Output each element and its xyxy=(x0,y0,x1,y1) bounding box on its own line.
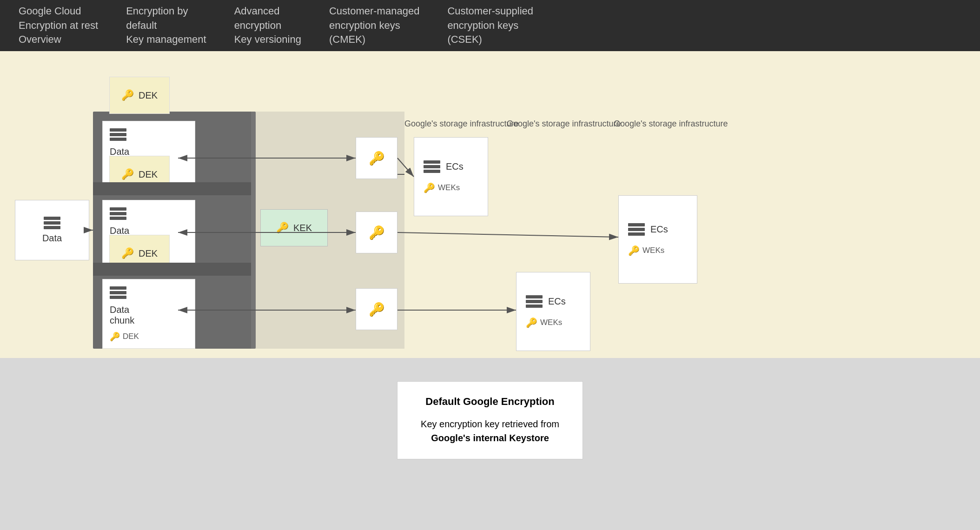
legend-box: Default Google Encryption Key encryption… xyxy=(397,381,583,459)
chunk1-server-icon xyxy=(110,128,126,141)
top-bar-item-2[interactable]: Encryption bydefaultKey management xyxy=(126,4,206,47)
chunk3-label: Datachunk xyxy=(110,305,134,326)
top-bar-text-5: Customer-suppliedencryption keys(CSEK) xyxy=(447,4,533,47)
storage-top-weks-label: 🔑 WEKs xyxy=(424,182,460,193)
chunk2-server-icon xyxy=(110,207,126,220)
data-label: Data xyxy=(42,233,62,244)
storage-bot-weks-label: 🔑 WEKs xyxy=(526,317,562,328)
kek-label: KEK xyxy=(293,223,312,233)
top-bar-text-2: Encryption bydefaultKey management xyxy=(126,4,206,47)
storage-mid-server-icon xyxy=(628,223,645,236)
top-bar: Google CloudEncryption at restOverview E… xyxy=(0,0,980,51)
infra-label-2: Google's storage infrastructure xyxy=(507,119,621,129)
svg-line-14 xyxy=(397,232,618,237)
dek-box-1: 🔑 DEK xyxy=(109,77,170,114)
top-bar-item-3[interactable]: AdvancedencryptionKey versioning xyxy=(234,4,301,47)
legend-bold-text: Google's internal Keystore xyxy=(431,433,549,443)
kek-box: 🔑 KEK xyxy=(260,209,328,246)
top-bar-text-4: Customer-managedencryption keys(CMEK) xyxy=(329,4,419,47)
main-diagram-area: Google's storage infrastructure Google's… xyxy=(0,51,980,358)
key-box-mid: 🔑 xyxy=(356,212,397,253)
storage-top-server-icon xyxy=(424,160,440,173)
storage-box-mid: ECs 🔑 WEKs xyxy=(618,195,697,284)
dek2-label: DEK xyxy=(139,169,158,180)
dek1-label: DEK xyxy=(139,90,158,101)
chunk3-server-icon xyxy=(110,286,126,299)
legend-desc: Key encryption key retrieved from Google… xyxy=(421,417,559,445)
infra-label-1: Google's storage infrastructure xyxy=(404,119,519,129)
data-server-icon xyxy=(44,217,60,229)
storage-mid-ecs-label: ECs xyxy=(650,224,668,235)
storage-box-bot: ECs 🔑 WEKs xyxy=(516,272,590,351)
top-bar-item-1[interactable]: Google CloudEncryption at restOverview xyxy=(19,4,98,47)
dek3-label: DEK xyxy=(139,248,158,259)
legend-title: Default Google Encryption xyxy=(421,396,559,408)
top-bar-item-5[interactable]: Customer-suppliedencryption keys(CSEK) xyxy=(447,4,533,47)
diagram-wrapper: Google's storage infrastructure Google's… xyxy=(0,51,980,358)
key-box-bot: 🔑 xyxy=(356,288,397,330)
dek-box-2: 🔑 DEK xyxy=(109,156,170,193)
storage-box-top: ECs 🔑 WEKs xyxy=(414,137,488,216)
dek-box-3: 🔑 DEK xyxy=(109,235,170,272)
storage-top-ecs-label: ECs xyxy=(446,161,464,172)
storage-mid-weks-label: 🔑 WEKs xyxy=(628,245,664,256)
storage-bot-server-icon xyxy=(526,295,543,308)
top-bar-text-3: AdvancedencryptionKey versioning xyxy=(234,4,301,47)
key-box-top: 🔑 xyxy=(356,137,397,179)
data-box: Data xyxy=(15,200,89,260)
infra-label-3: Google's storage infrastructure xyxy=(614,119,728,129)
top-bar-item-4[interactable]: Customer-managedencryption keys(CMEK) xyxy=(329,4,419,47)
bottom-area: Default Google Encryption Key encryption… xyxy=(0,358,980,530)
chunks-container: Datachunk 🔑 DEK Datachunk 🔑 DEK xyxy=(93,112,256,349)
chunk3-dek-sublabel: 🔑 DEK xyxy=(110,331,139,342)
top-bar-text-1: Google CloudEncryption at restOverview xyxy=(19,4,98,47)
chunk-box-3: Datachunk 🔑 DEK xyxy=(102,279,195,349)
storage-bot-ecs-label: ECs xyxy=(548,296,566,307)
